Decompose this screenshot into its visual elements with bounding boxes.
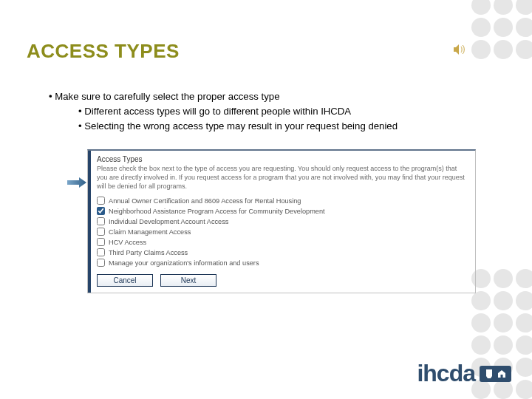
- access-type-option[interactable]: Claim Management Access: [97, 228, 469, 236]
- access-type-checkbox[interactable]: [97, 238, 105, 246]
- access-type-label: HCV Access: [109, 239, 146, 246]
- svg-rect-0: [501, 375, 503, 378]
- indiana-state-icon: [484, 369, 494, 379]
- bullet-sub-1: Different access types will go to differ…: [84, 106, 351, 117]
- access-type-checkbox[interactable]: [97, 217, 105, 225]
- access-types-panel: Access Types Please check the box next t…: [87, 149, 476, 293]
- access-type-checkbox[interactable]: [97, 228, 105, 236]
- access-type-label: Annual Owner Certification and 8609 Acce…: [109, 197, 301, 205]
- access-type-label: Claim Management Access: [109, 228, 191, 236]
- access-type-option[interactable]: Annual Owner Certification and 8609 Acce…: [97, 197, 469, 205]
- access-type-option[interactable]: Third Party Claims Access: [97, 248, 469, 256]
- house-icon: [497, 369, 507, 379]
- bullet-sub-2: Selecting the wrong access type may resu…: [84, 120, 398, 132]
- bullet-list: • Make sure to carefully select the prop…: [27, 89, 514, 133]
- slide-title: ACCESS TYPES: [27, 40, 514, 63]
- access-type-option[interactable]: Manage your organization's information a…: [97, 259, 469, 267]
- access-type-checkbox[interactable]: [97, 207, 105, 215]
- ihcda-logo: ihcda: [417, 360, 511, 387]
- next-button[interactable]: Next: [160, 274, 216, 287]
- access-type-checkbox[interactable]: [97, 248, 105, 256]
- access-type-option[interactable]: Individual Development Account Access: [97, 217, 469, 225]
- access-type-label: Manage your organization's information a…: [109, 259, 259, 267]
- logo-text: ihcda: [417, 360, 475, 387]
- access-type-option[interactable]: Neighborhood Assistance Program Access f…: [97, 207, 469, 215]
- access-type-checkbox[interactable]: [97, 197, 105, 205]
- panel-description: Please check the box next to the type of…: [97, 165, 469, 191]
- access-type-option[interactable]: HCV Access: [97, 238, 469, 246]
- cancel-button[interactable]: Cancel: [97, 274, 153, 287]
- access-type-label: Neighborhood Assistance Program Access f…: [109, 208, 325, 215]
- access-type-label: Individual Development Account Access: [109, 218, 228, 225]
- access-type-checkbox[interactable]: [97, 259, 105, 267]
- logo-badge: [480, 366, 511, 382]
- panel-section-title: Access Types: [97, 155, 469, 163]
- pointer-arrow-icon: [67, 177, 86, 189]
- access-type-label: Third Party Claims Access: [109, 249, 188, 256]
- bullet-main: Make sure to carefully select the proper…: [55, 91, 279, 102]
